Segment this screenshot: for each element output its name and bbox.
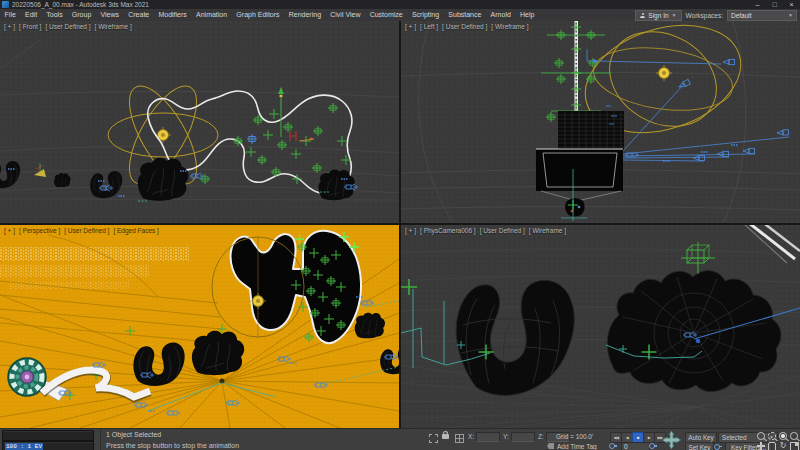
zoom-extents-icon[interactable] (778, 431, 788, 441)
zoom-all-icon[interactable] (767, 431, 777, 441)
menu-graph-editors[interactable]: Graph Editors (232, 9, 284, 21)
title-bar: 20220506_A_00.max - Autodesk 3ds Max 202… (0, 0, 800, 9)
viewport-physcamera[interactable]: [ + ][ PhysCamera006 ] [ User Defined ][… (401, 225, 800, 428)
left-viewport-canvas[interactable] (401, 21, 800, 223)
perspective-viewport-canvas[interactable] (0, 225, 399, 428)
key-mode-toggle-icon[interactable] (609, 442, 617, 450)
menu-animation[interactable]: Animation (191, 9, 231, 21)
set-key-button[interactable]: Set Key (685, 442, 714, 450)
sign-in-label: Sign In (648, 12, 668, 19)
zoom-region-icon[interactable] (789, 431, 799, 441)
menu-scripting[interactable]: Scripting (407, 9, 443, 21)
3dsmax-window: 20220506_A_00.max - Autodesk 3ds Max 202… (0, 0, 800, 450)
y-coordinate-field[interactable] (511, 432, 535, 442)
listener-selected-text: 100 : 1 EV (5, 443, 43, 450)
time-tag-icon (547, 443, 554, 449)
menu-civil-view[interactable]: Civil View (326, 9, 365, 21)
z-coordinate-label: Z: (538, 433, 544, 440)
isolate-selection-toggle[interactable] (428, 433, 438, 443)
orbit-icon[interactable]: ↻ (778, 441, 788, 450)
status-line: 1 Object Selected (106, 431, 161, 438)
close-button[interactable]: × (783, 0, 800, 9)
menu-file[interactable]: File (0, 9, 20, 21)
maximize-button[interactable]: □ (766, 0, 783, 9)
menu-modifiers[interactable]: Modifiers (154, 9, 192, 21)
y-coordinate-label: Y: (503, 433, 509, 440)
auto-key-button[interactable]: Auto Key (685, 432, 717, 443)
sign-in-button[interactable]: Sign In ▼ (635, 10, 681, 21)
x-coordinate-field[interactable] (476, 432, 500, 442)
camera-viewport-canvas[interactable] (401, 225, 800, 428)
selection-region-icon (429, 434, 438, 443)
menu-edit[interactable]: Edit (20, 9, 41, 21)
window-title: 20220506_A_00.max - Autodesk 3ds Max 202… (12, 1, 149, 8)
menu-create[interactable]: Create (124, 9, 154, 21)
maxscript-mini-listener-macro[interactable] (2, 430, 94, 441)
menu-substance[interactable]: Substance (444, 9, 486, 21)
viewport-left[interactable]: [ + ][ Left ] [ User Defined ][ Wirefram… (401, 21, 800, 223)
chevron-down-icon: ▼ (672, 13, 677, 18)
viewport-front[interactable]: [ + ][ Front ] [ User Defined ][ Wirefra… (0, 21, 399, 223)
key-cursor-icon[interactable] (714, 443, 722, 450)
menu-views[interactable]: Views (96, 9, 124, 21)
user-icon (640, 13, 645, 18)
workspaces-label: Workspaces: (686, 12, 723, 19)
menu-arnold[interactable]: Arnold (486, 9, 515, 21)
set-keys-icon[interactable] (649, 442, 657, 450)
hatched-block[interactable] (558, 111, 624, 151)
walk-through-icon[interactable] (767, 441, 777, 450)
3dsmax-logo-icon (2, 1, 9, 8)
menu-group[interactable]: Group (67, 9, 96, 21)
maximize-viewport-icon[interactable] (789, 441, 799, 450)
workspace-value: Default (731, 12, 752, 19)
viewport-perspective[interactable]: [ + ][ Perspective ] [ User Defined ][ E… (0, 225, 399, 428)
grid-spacing-label: Grid = 100.0' (556, 433, 593, 440)
add-time-tag-button[interactable]: Add Time Tag (557, 443, 597, 450)
menu-customize[interactable]: Customize (365, 9, 407, 21)
navigation-cross-icon[interactable] (661, 430, 682, 450)
front-viewport-canvas[interactable] (0, 21, 399, 223)
axis-grid-icon (455, 434, 464, 443)
chevron-down-icon: ▼ (788, 13, 793, 18)
current-frame-field[interactable]: 0 (621, 442, 650, 450)
maxscript-mini-listener[interactable]: 100 : 1 EV (2, 441, 94, 450)
absolute-offset-toggle[interactable] (454, 433, 464, 443)
workspace-select[interactable]: Default ▼ (727, 10, 797, 21)
minimize-button[interactable]: – (749, 0, 766, 9)
pan-icon[interactable] (756, 441, 766, 450)
status-bar: 100 : 1 EV 1 Object Selected Press the s… (0, 428, 800, 450)
x-coordinate-label: X: (468, 433, 474, 440)
menu-rendering[interactable]: Rendering (284, 9, 326, 21)
menu-help[interactable]: Help (515, 9, 539, 21)
prompt-line: Press the stop button to stop the animat… (106, 442, 239, 449)
menu-tools[interactable]: Tools (42, 9, 68, 21)
zoom-icon[interactable] (756, 431, 766, 441)
lock-icon (442, 434, 449, 439)
selection-lock-toggle[interactable] (441, 430, 451, 440)
prompt-panel: 1 Object Selected Press the stop button … (100, 429, 406, 450)
viewport-grid: [ + ][ Front ] [ User Defined ][ Wirefra… (0, 21, 800, 428)
